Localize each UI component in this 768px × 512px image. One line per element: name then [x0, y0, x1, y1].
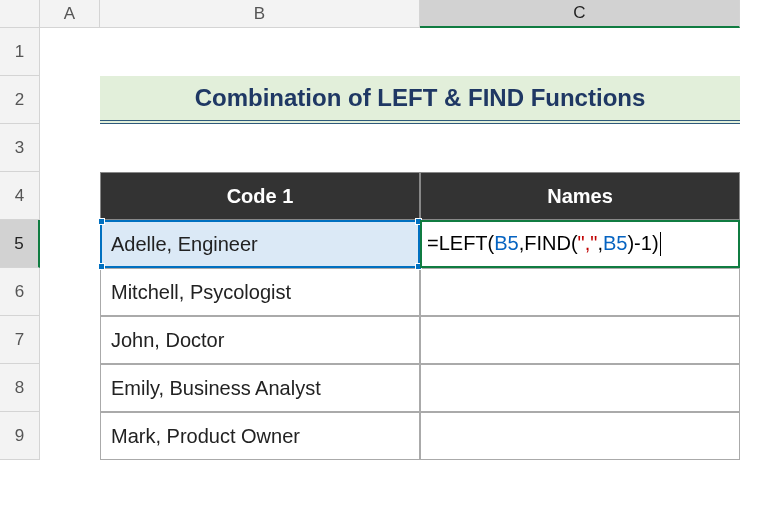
cell-B7[interactable]: John, Doctor [100, 316, 420, 364]
cell-A3[interactable] [40, 124, 100, 172]
row-header-8[interactable]: 8 [0, 364, 40, 412]
row-header-4[interactable]: 4 [0, 172, 40, 220]
row-header-7[interactable]: 7 [0, 316, 40, 364]
cell-B8-value: Emily, Business Analyst [111, 377, 321, 400]
row-header-6[interactable]: 6 [0, 268, 40, 316]
cell-C6[interactable] [420, 268, 740, 316]
cell-A1[interactable] [40, 28, 100, 76]
cell-A4[interactable] [40, 172, 100, 220]
title-banner: Combination of LEFT & FIND Functions [100, 76, 740, 124]
col-header-B[interactable]: B [100, 0, 420, 28]
row-header-5[interactable]: 5 [0, 220, 40, 268]
table-header-code1[interactable]: Code 1 [100, 172, 420, 220]
cell-B5-value: Adelle, Engineer [111, 233, 258, 256]
cell-A9[interactable] [40, 412, 100, 460]
cell-B9-value: Mark, Product Owner [111, 425, 300, 448]
table-header-names[interactable]: Names [420, 172, 740, 220]
cell-A8[interactable] [40, 364, 100, 412]
cell-A2[interactable] [40, 76, 100, 124]
cell-B5[interactable]: Adelle, Engineer [100, 220, 420, 268]
select-all-corner[interactable] [0, 0, 40, 28]
row-header-3[interactable]: 3 [0, 124, 40, 172]
col-header-C[interactable]: C [420, 0, 740, 28]
cell-C7[interactable] [420, 316, 740, 364]
col-header-A[interactable]: A [40, 0, 100, 28]
cell-B7-value: John, Doctor [111, 329, 224, 352]
cell-B6-value: Mitchell, Psycologist [111, 281, 291, 304]
cell-C5-editing[interactable]: =LEFT(B5,FIND(",",B5)-1) [420, 220, 740, 268]
cell-B8[interactable]: Emily, Business Analyst [100, 364, 420, 412]
cell-A7[interactable] [40, 316, 100, 364]
cell-A6[interactable] [40, 268, 100, 316]
cell-B9[interactable]: Mark, Product Owner [100, 412, 420, 460]
cell-C3[interactable] [420, 124, 740, 172]
row-header-1[interactable]: 1 [0, 28, 40, 76]
row-header-2[interactable]: 2 [0, 76, 40, 124]
formula-text: =LEFT(B5,FIND(",",B5)-1) [427, 232, 661, 257]
cell-C1[interactable] [420, 28, 740, 76]
cell-B6[interactable]: Mitchell, Psycologist [100, 268, 420, 316]
cell-A5[interactable] [40, 220, 100, 268]
spreadsheet-grid[interactable]: A B C 1 2 Combination of LEFT & FIND Fun… [0, 0, 740, 460]
cell-B3[interactable] [100, 124, 420, 172]
cell-C8[interactable] [420, 364, 740, 412]
row-header-9[interactable]: 9 [0, 412, 40, 460]
cell-B1[interactable] [100, 28, 420, 76]
cell-C9[interactable] [420, 412, 740, 460]
